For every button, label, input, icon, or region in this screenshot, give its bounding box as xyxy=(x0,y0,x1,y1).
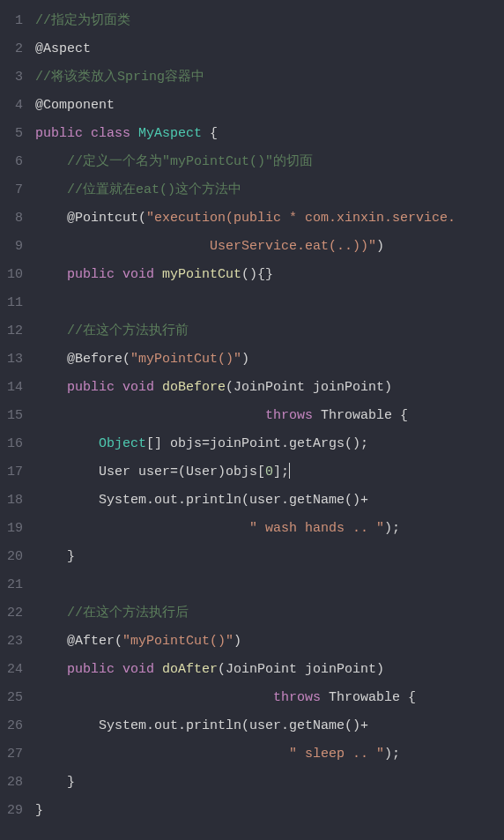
code-token xyxy=(35,380,67,395)
line-number: 14 xyxy=(0,374,23,402)
code-content[interactable]: //指定为切面类@Aspect//将该类放入Spring容器中@Componen… xyxy=(32,0,504,840)
code-line[interactable]: System.out.println(user.getName()+ xyxy=(35,487,504,515)
code-token: } xyxy=(35,549,75,564)
line-number: 26 xyxy=(0,712,23,740)
line-number: 5 xyxy=(0,120,23,148)
code-line[interactable]: Object[] objs=joinPoint.getArgs(); xyxy=(35,430,504,458)
code-token: ( xyxy=(115,634,122,649)
code-line[interactable]: " wash hands .. "); xyxy=(35,515,504,543)
code-token: throws xyxy=(273,690,321,705)
line-number: 6 xyxy=(0,148,23,176)
line-number: 17 xyxy=(0,458,23,487)
code-token xyxy=(35,634,67,649)
line-number: 15 xyxy=(0,402,23,430)
code-line[interactable]: //位置就在eat()这个方法中 xyxy=(35,176,504,204)
code-line[interactable]: User user=(User)objs[0]; xyxy=(35,458,504,487)
code-token: //将该类放入Spring容器中 xyxy=(35,70,204,85)
code-line[interactable]: public void doBefore(JoinPoint joinPoint… xyxy=(35,374,504,402)
code-token: "myPointCut()" xyxy=(122,634,233,649)
code-token xyxy=(35,690,273,705)
code-token: Throwable { xyxy=(313,408,408,423)
code-token: [] objs=joinPoint.getArgs(); xyxy=(146,436,368,451)
code-line[interactable]: //指定为切面类 xyxy=(35,7,504,35)
code-line[interactable]: @Pointcut("execution(public * com.xinxin… xyxy=(35,204,504,233)
code-token xyxy=(35,436,99,451)
code-token: Throwable { xyxy=(321,690,416,705)
line-number: 7 xyxy=(0,176,23,204)
code-token: Object xyxy=(99,436,146,451)
code-token: doBefore xyxy=(162,380,226,395)
code-token: ); xyxy=(384,521,400,536)
code-line[interactable]: public void doAfter(JoinPoint joinPoint) xyxy=(35,656,504,684)
code-token: ) xyxy=(233,634,241,649)
code-line[interactable]: @Before("myPointCut()") xyxy=(35,346,504,374)
code-line[interactable]: System.out.println(user.getName()+ xyxy=(35,712,504,740)
code-token: " sleep .. " xyxy=(289,747,384,762)
code-token xyxy=(35,662,67,677)
line-number: 16 xyxy=(0,430,23,458)
code-line[interactable]: } xyxy=(35,543,504,571)
code-token: void xyxy=(122,267,154,282)
code-line[interactable]: throws Throwable { xyxy=(35,684,504,712)
code-token: User user=(User)objs[ xyxy=(35,465,265,479)
line-number: 19 xyxy=(0,515,23,543)
code-token: doAfter xyxy=(162,662,218,677)
code-token: myPointCut xyxy=(162,267,241,282)
code-line[interactable]: " sleep .. "); xyxy=(35,740,504,769)
code-token: " wash hands .. " xyxy=(249,521,384,536)
line-number-gutter: 1234567891011121314151617181920212223242… xyxy=(0,0,32,840)
code-token: //位置就在eat()这个方法中 xyxy=(67,182,241,197)
code-line[interactable]: @Aspect xyxy=(35,35,504,63)
code-line[interactable]: //在这个方法执行后 xyxy=(35,599,504,628)
code-token xyxy=(35,747,289,762)
code-token: void xyxy=(122,662,154,677)
code-token xyxy=(115,662,122,677)
code-line[interactable] xyxy=(35,571,504,599)
line-number: 1 xyxy=(0,7,23,35)
code-token: 0 xyxy=(265,465,273,479)
line-number: 3 xyxy=(0,63,23,92)
code-line[interactable]: public class MyAspect { xyxy=(35,120,504,148)
code-line[interactable]: //定义一个名为"myPointCut()"的切面 xyxy=(35,148,504,176)
code-line[interactable] xyxy=(35,289,504,317)
line-number: 23 xyxy=(0,628,23,656)
line-number: 13 xyxy=(0,346,23,374)
code-editor[interactable]: 1234567891011121314151617181920212223242… xyxy=(0,0,504,840)
line-number: 12 xyxy=(0,317,23,346)
code-token xyxy=(35,352,67,367)
code-line[interactable]: UserService.eat(..))") xyxy=(35,233,504,261)
code-token xyxy=(35,606,67,621)
code-token: @After xyxy=(67,634,115,649)
line-number: 29 xyxy=(0,797,23,825)
code-token xyxy=(115,380,122,395)
code-token xyxy=(35,521,249,536)
code-token: ) xyxy=(376,239,384,254)
code-line[interactable]: //将该类放入Spring容器中 xyxy=(35,63,504,92)
code-line[interactable]: @Component xyxy=(35,92,504,120)
line-number: 10 xyxy=(0,261,23,289)
code-token: @Aspect xyxy=(35,41,91,56)
code-line[interactable]: throws Throwable { xyxy=(35,402,504,430)
code-token xyxy=(35,239,210,254)
code-token: ]; xyxy=(273,465,289,479)
code-token: } xyxy=(35,775,75,790)
code-token xyxy=(35,154,67,169)
code-line[interactable]: } xyxy=(35,769,504,797)
code-token: class xyxy=(91,126,130,141)
code-token xyxy=(35,408,265,423)
code-token: } xyxy=(35,803,43,818)
line-number: 21 xyxy=(0,571,23,599)
code-line[interactable]: @After("myPointCut()") xyxy=(35,628,504,656)
code-token: MyAspect xyxy=(138,126,202,141)
line-number: 27 xyxy=(0,740,23,769)
code-line[interactable]: //在这个方法执行前 xyxy=(35,317,504,346)
code-token: { xyxy=(202,126,218,141)
code-token xyxy=(35,267,67,282)
code-line[interactable]: public void myPointCut(){} xyxy=(35,261,504,289)
code-token: @Pointcut xyxy=(67,211,138,226)
code-line[interactable]: } xyxy=(35,797,504,825)
code-token: public xyxy=(35,126,83,141)
line-number: 9 xyxy=(0,233,23,261)
code-token: @Before xyxy=(67,352,122,367)
code-token: "myPointCut()" xyxy=(130,352,241,367)
